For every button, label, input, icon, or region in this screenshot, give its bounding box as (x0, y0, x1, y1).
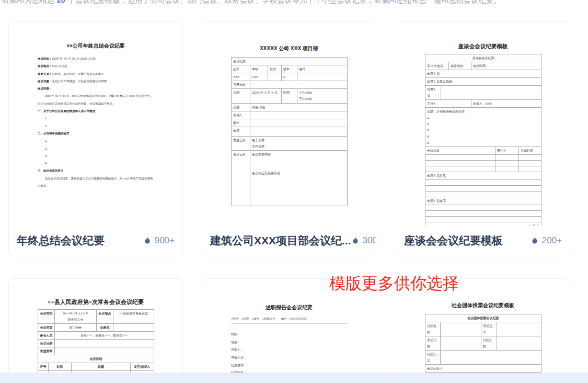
document-body: 时间：地点：召集人：与会人员：纪要整理：纪要审核： (231, 331, 347, 377)
card-footer: 座谈会会议纪要模板 200+ (396, 226, 570, 256)
document-table: 主持人:记录人：XXX (425, 99, 541, 108)
template-card-symposium[interactable]: 座谈会会议纪要模板 座谈会会议纪要第 X 次会议会议地点:会议时间: 出席人员:… (396, 21, 570, 256)
template-count: 20 (57, 0, 65, 4)
popularity: 300+ (351, 235, 376, 246)
popularity-count: 300+ (363, 235, 376, 246)
card-title: 年终总结会议纪要 (17, 233, 105, 248)
flame-icon (531, 236, 539, 245)
document-title: ××县人民政府第×次常务会议会议纪要 (38, 298, 154, 306)
document-preview: 社会团体投票会议纪要模板 社会团体投票会议纪要社团名称登记证号登记日期社团人数社… (425, 302, 541, 383)
document-title: ××公司年终总结会议纪要 (38, 42, 154, 50)
classification-line: □绝密 □机密 □秘密 □内部公开 编号：XXXXXXXXX (231, 317, 347, 321)
document-table: 会议纪要起草审核批准版本编号XXXXXXA召开地点日期20XX 年 X 月 X … (231, 57, 347, 206)
flame-icon (143, 236, 152, 245)
document-title: 述职报告会会议纪要 (231, 304, 347, 311)
card-title: 建筑公司XXX项目部会议纪... (210, 233, 351, 248)
document-preview: 座谈会会议纪要模板 座谈会会议纪要第 X 次会议会议地点:会议时间: 出席人员:… (425, 43, 541, 230)
promo-overlay-text: 模版更多供你选择 (329, 273, 459, 295)
document-preview: ××县人民政府第×次常务会议会议纪要 会议时间20××年×月×日下午两点到六点会… (38, 298, 154, 383)
page-description: 听脑AI为您精选20个会议纪要模版，适用于公司会议、部门会议、政府会议、学校会议… (2, 0, 501, 5)
document-preview: ××公司年终总结会议纪要 会议时间：20XX 年 XX 月 XX 日 16:00… (38, 42, 154, 189)
card-footer: 建筑公司XXX项目部会议纪... 300+ (202, 226, 376, 256)
document-table: 出席人员意见出席人员签字年 月 日 (425, 172, 541, 230)
divider-line (231, 323, 347, 323)
document-tables: 会议时间20××年×月×日下午两点到六点会议地点××县政府常务会议室会议类型部门… (38, 309, 154, 383)
document-preview: XXXXX 公司 XXX 项目部 会议纪要起草审核批准版本编号XXXXXXA召开… (231, 45, 347, 206)
popularity-count: 200+ (542, 235, 562, 246)
popularity: 900+ (143, 235, 175, 246)
document-table: 会议时间20××年×月×日下午两点到六点会议地点××县政府常务会议室会议类型部门… (38, 309, 154, 355)
document-body: 会议时间：20XX 年 XX 月 XX 日 16:00-17:00会议地点：xx… (38, 55, 154, 189)
bottom-bar (0, 373, 588, 383)
document-table: 出席人员:缺席人员及其原因:列席人员 (425, 70, 541, 100)
template-card-construction-project[interactable]: XXXXX 公司 XXX 项目部 会议纪要起草审核批准版本编号XXXXXXA召开… (202, 21, 376, 256)
flame-icon (351, 236, 360, 245)
template-card-county-government[interactable]: ××县人民政府第×次常务会议会议纪要 会议时间20××年×月×日下午两点到六点会… (8, 278, 183, 383)
document-table: 座谈会会议纪要第 X 次会议会议地点:会议时间: (425, 54, 541, 70)
description-suffix: 个会议纪要模版，适用于公司会议、部门会议、政府会议、学校会议等几十个小型会议记录… (68, 0, 501, 4)
popularity-count: 900+ (155, 235, 175, 246)
description-prefix: 听脑AI为您精选 (2, 0, 54, 4)
document-table: 会议决议责任人完成时间 (425, 147, 541, 172)
document-title: 座谈会会议纪要模板 (425, 43, 541, 50)
card-footer: 年终总结会议纪要 900+ (9, 226, 182, 256)
template-card-annual-summary[interactable]: ××公司年终总结会议纪要 会议时间：20XX 年 XX 月 XX 日 16:00… (8, 21, 183, 256)
document-table: 议题：介绍座谈会流程安排:1.2.3.4.5. (425, 107, 541, 147)
document-title: XXXXX 公司 XXX 项目部 (231, 45, 347, 52)
popularity: 200+ (531, 235, 562, 246)
document-title: 社会团体投票会议纪要模板 (425, 302, 541, 309)
card-title: 座谈会会议纪要模板 (404, 233, 503, 248)
document-preview: 述职报告会会议纪要 □绝密 □机密 □秘密 □内部公开 编号：XXXXXXXXX… (231, 304, 347, 377)
document-tables: 座谈会会议纪要第 X 次会议会议地点:会议时间: 出席人员:缺席人员及其原因:列… (425, 54, 541, 230)
